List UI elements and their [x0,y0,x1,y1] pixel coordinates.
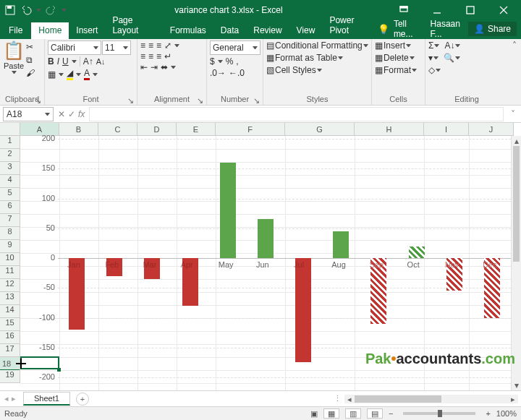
row-headers[interactable]: 12345678910111213141516171819 [0,136,20,383]
undo-dropdown-icon[interactable] [36,9,41,12]
delete-cells-button[interactable]: ▦Delete [375,53,415,63]
increase-indent-icon[interactable]: ⇥ [151,62,158,72]
percent-format-icon[interactable]: % [226,56,234,67]
scroll-left-icon[interactable]: ◂ [344,395,355,404]
row-header[interactable]: 13 [0,292,20,305]
tab-page-layout[interactable]: Page Layout [105,12,162,39]
row-header[interactable]: 19 [0,370,20,383]
row-header[interactable]: 12 [0,279,20,292]
font-color-dropdown-icon[interactable] [93,73,98,76]
cancel-formula-icon[interactable]: ✕ [58,109,65,119]
collapse-ribbon-icon[interactable]: ˄ [508,39,521,105]
tab-home[interactable]: Home [31,22,69,39]
paste-label[interactable]: Paste [4,61,24,70]
wrap-text-icon[interactable]: ↵ [164,51,171,61]
sort-filter-icon[interactable]: A↓ [444,40,454,51]
row-header[interactable]: 6 [0,201,20,214]
page-break-view-button[interactable]: ▤ [367,408,383,419]
tell-me-icon[interactable]: 💡 [378,24,389,35]
formula-input[interactable] [89,107,504,121]
orientation-icon[interactable]: ⤢ [164,40,171,51]
cell-styles-button[interactable]: ▧Cell Styles [266,65,322,75]
chart-bar[interactable] [295,258,311,362]
horizontal-scrollbar[interactable]: ◂ ▸ [344,395,518,403]
tab-split-handle[interactable]: ⋮ [334,394,342,403]
close-button[interactable] [488,0,520,20]
font-dialog-launcher-icon[interactable]: ↘ [127,96,134,103]
font-color-icon[interactable]: A [84,68,90,80]
column-header[interactable]: C [98,123,137,135]
scroll-up-icon[interactable]: ▴ [512,136,521,146]
underline-button[interactable]: U [62,56,69,67]
fill-color-icon[interactable]: ◢ [67,68,73,80]
scroll-down-icon[interactable]: ▾ [512,380,521,390]
align-left-icon[interactable]: ≡ [140,51,145,61]
merge-center-icon[interactable]: ⬌ [161,62,168,72]
alignment-dialog-launcher-icon[interactable]: ↘ [196,96,203,103]
minimize-button[interactable] [421,0,453,20]
column-header[interactable]: D [137,123,177,135]
align-right-icon[interactable]: ≡ [156,51,161,61]
font-size-select[interactable]: 11 [102,40,131,55]
paste-dropdown-icon[interactable] [12,71,17,74]
name-box[interactable]: A18 [3,107,54,121]
autosum-icon[interactable]: Σ [428,40,433,51]
redo-icon[interactable] [46,4,57,16]
merge-dropdown-icon[interactable] [171,66,176,69]
zoom-level[interactable]: 100% [496,409,517,418]
increase-font-icon[interactable]: A↑ [83,56,93,67]
orientation-dropdown-icon[interactable] [174,44,179,47]
row-header[interactable]: 9 [0,240,20,253]
row-header[interactable]: 1 [0,136,20,149]
insert-cells-button[interactable]: ▦Insert [375,40,411,51]
format-as-table-button[interactable]: ▦Format as Table [266,53,343,63]
fill-dropdown-icon[interactable] [433,56,439,59]
vertical-scrollbar[interactable]: ▴ ▾ [511,136,521,390]
select-all-corner[interactable] [0,123,20,136]
expand-formula-bar-icon[interactable]: ˅ [508,109,518,119]
decrease-font-icon[interactable]: A↓ [96,57,106,66]
row-header[interactable]: 4 [0,175,20,188]
row-header[interactable]: 7 [0,214,20,227]
chart-bar[interactable] [409,247,425,259]
cut-icon[interactable]: ✂ [26,42,35,52]
vertical-scroll-thumb[interactable] [513,146,520,262]
borders-icon[interactable]: ▦ [48,69,56,80]
format-painter-icon[interactable]: 🖌 [26,68,35,78]
underline-dropdown-icon[interactable] [72,60,77,63]
clipboard-dialog-launcher-icon[interactable]: ↘ [34,96,41,103]
user-name[interactable]: Hasaan F... [431,19,464,39]
row-header[interactable]: 8 [0,227,20,240]
row-header[interactable]: 16 [0,331,20,344]
decrease-decimal-icon[interactable]: ←.0 [229,68,245,78]
bold-button[interactable]: B [48,56,54,67]
fx-icon[interactable]: fx [78,109,85,119]
number-format-select[interactable]: General [210,40,260,55]
save-icon[interactable] [4,4,16,16]
worksheet-grid[interactable]: ABCDEFGHIJ 12345678910111213141516171819… [0,123,521,391]
tab-insert[interactable]: Insert [69,22,105,39]
paste-icon[interactable]: 📋 [3,40,25,61]
column-header[interactable]: B [59,123,98,135]
fill-icon[interactable]: ▾ [428,53,433,63]
row-header[interactable]: 3 [0,162,20,175]
chart-bar[interactable] [220,163,236,258]
tab-data[interactable]: Data [213,22,246,39]
chart-bar[interactable] [333,231,349,258]
normal-view-button[interactable]: ▦ [323,408,339,419]
column-headers[interactable]: ABCDEFGHIJ [20,123,514,136]
horizontal-scroll-thumb[interactable] [355,395,441,403]
column-header[interactable]: G [285,123,355,135]
increase-decimal-icon[interactable]: .0→ [210,68,226,78]
comma-format-icon[interactable]: , [236,56,238,67]
page-layout-view-button[interactable]: ▥ [345,408,361,419]
find-dropdown-icon[interactable] [455,56,460,59]
clear-dropdown-icon[interactable] [436,69,441,72]
fill-color-dropdown-icon[interactable] [76,73,81,76]
conditional-formatting-button[interactable]: ▤Conditional Formatting [266,40,368,51]
accounting-format-icon[interactable]: $ [210,56,215,67]
sheet-nav-prev-icon[interactable]: ◂ [4,394,9,403]
tab-power-pivot[interactable]: Power Pivot [322,12,378,39]
zoom-slider-knob[interactable] [438,410,442,417]
align-center-icon[interactable]: ≡ [148,51,153,61]
